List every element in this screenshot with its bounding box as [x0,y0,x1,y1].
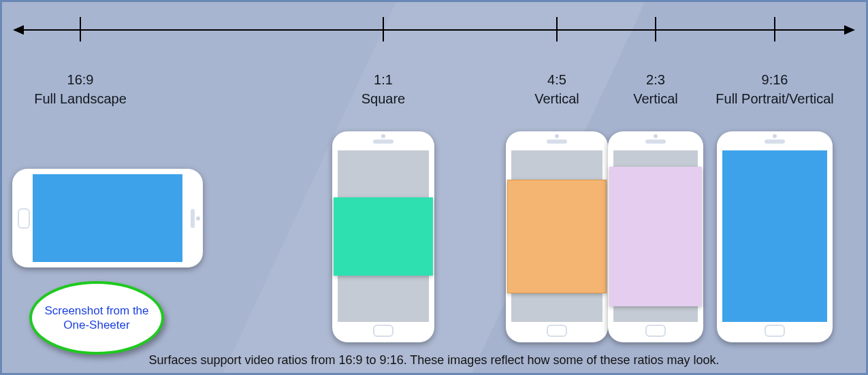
axis-tick-0 [80,17,81,42]
camera-icon [196,216,200,221]
ratio-text: 2:3 [633,70,678,89]
ratio-title: Square [361,89,406,108]
ratio-title: Vertical [633,89,678,108]
phone-vertical-23 [608,131,703,342]
diagram-caption: Surfaces support video ratios from 16:9 … [2,353,866,368]
ratio-title: Full Portrait/Vertical [716,89,833,108]
earpiece-icon [373,140,393,144]
ratio-title: Vertical [534,89,579,108]
ratio-text: 4:5 [534,70,579,89]
axis-tick-4 [774,17,775,42]
axis-tick-2 [556,17,558,42]
content-square-11 [334,197,433,276]
ratio-text: 9:16 [716,70,833,89]
phone-screen [722,150,827,322]
phone-square-11 [332,131,434,342]
axis-arrow-left-icon [13,25,24,35]
home-button-icon [547,325,567,337]
phone-vertical-45 [506,131,608,342]
phone-screen [613,150,698,322]
phone-screen [338,150,429,322]
axis-tick-1 [383,17,384,42]
ratio-text: 16:9 [34,70,127,89]
home-button-icon [765,325,785,337]
content-vertical-23 [609,167,702,306]
camera-icon [555,134,559,138]
axis-tick-3 [655,17,656,42]
home-button-icon [645,325,666,337]
earpiece-icon [765,140,785,144]
earpiece-icon [547,140,567,144]
camera-icon [773,134,777,138]
axis-arrow-right-icon [844,25,855,35]
earpiece-icon [645,140,666,144]
callout-ellipse: Screenshot from the One-Sheeter [29,281,164,355]
axis-line [22,29,846,31]
camera-icon [654,134,658,138]
phone-landscape-169 [12,169,203,267]
phone-portrait-916 [717,131,833,342]
phone-screen [511,150,602,322]
home-button-icon [18,208,30,229]
earpiece-icon [191,209,195,228]
ratio-label-2: 4:5 Vertical [534,70,579,108]
ratio-label-3: 2:3 Vertical [633,70,678,108]
callout-text: Screenshot from the One-Sheeter [32,304,161,333]
content-vertical-45 [507,180,607,293]
ratio-label-4: 9:16 Full Portrait/Vertical [716,70,833,108]
ratio-text: 1:1 [361,70,406,89]
phone-screen [33,174,182,262]
ratio-diagram: 16:9 Full Landscape 1:1 Square 4:5 Verti… [0,0,868,375]
ratio-label-0: 16:9 Full Landscape [34,70,127,108]
camera-icon [381,134,385,138]
ratio-label-1: 1:1 Square [361,70,406,108]
home-button-icon [373,325,393,337]
ratio-title: Full Landscape [34,89,127,108]
